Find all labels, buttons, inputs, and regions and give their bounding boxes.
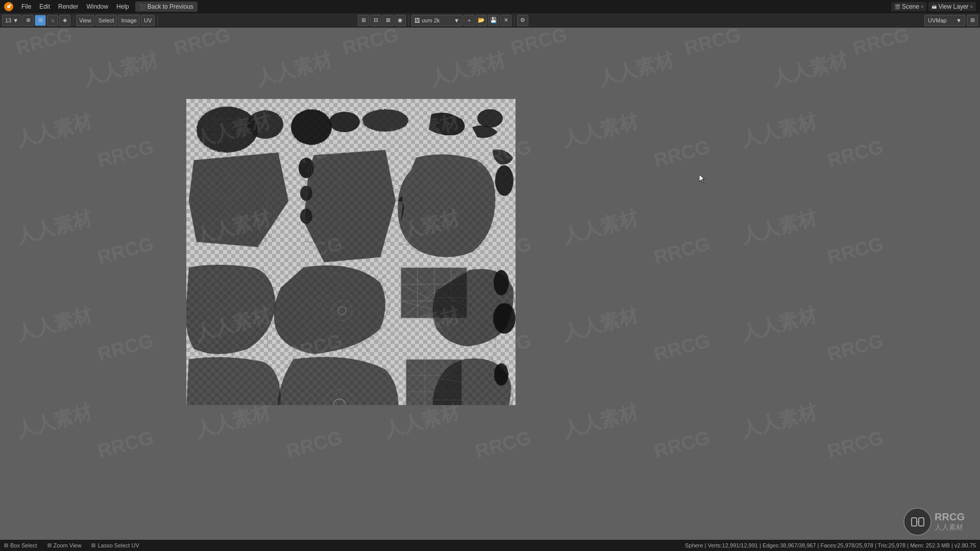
layer-icon2: ■ [970, 4, 973, 9]
rrcg-icon [903, 508, 932, 536]
props-icon: ⚙ [520, 17, 525, 23]
mode-icon: ▼ [13, 17, 18, 23]
uvmap-dd: ▼ [956, 17, 962, 23]
tool-icon-2: ⊞ [38, 17, 43, 23]
status-bar: Box Select Zoom View Lasso Select UV Sph… [0, 540, 980, 551]
image-icon: 🖼 [414, 17, 420, 23]
img-icon1: + [468, 17, 471, 23]
header-menu: File Edit Render Window Help [17, 0, 133, 13]
viewport-btn2[interactable]: ⊟ [370, 15, 381, 26]
rrcg-logo: RRCG 人人素材 [903, 508, 965, 536]
lasso-select-label: Lasso Select UV [97, 542, 139, 548]
tool-btn-4[interactable]: ◈ [59, 15, 70, 26]
image-name-selector[interactable]: 🖼 uvm 2k ▼ [411, 15, 462, 26]
uv-canvas[interactable] [186, 99, 516, 405]
svg-point-81 [495, 165, 513, 196]
lasso-select-status: Lasso Select UV [91, 542, 139, 548]
sep2 [157, 15, 158, 26]
mouse-cursor [699, 174, 705, 184]
svg-point-8 [477, 109, 503, 128]
img-icon3: 💾 [490, 17, 497, 23]
view-layer-selector[interactable]: 🏔 View Layer ■ [928, 2, 976, 11]
sep1 [73, 15, 74, 26]
header-right: 🎬 Scene ■ 🏔 View Layer ■ [891, 2, 980, 11]
status-dot-1 [4, 543, 8, 547]
tool-icon-4: ◈ [63, 17, 67, 23]
svg-marker-47 [304, 150, 396, 262]
viewport[interactable] [0, 28, 980, 540]
vp-icon4: ◉ [398, 17, 403, 23]
dd-icon: ▼ [454, 17, 459, 23]
status-dot-2 [47, 543, 52, 547]
menu-render[interactable]: Render [54, 0, 82, 13]
vp-icon2: ⊟ [374, 17, 378, 23]
svg-marker-22 [189, 153, 288, 247]
image-name: uvm 2k [422, 17, 439, 23]
sep3 [408, 15, 409, 26]
layer-icon: 🏔 [932, 4, 937, 10]
select-menu[interactable]: Select [95, 15, 117, 26]
svg-point-4 [248, 110, 283, 139]
svg-point-7 [362, 109, 408, 132]
sep4 [514, 15, 514, 26]
img-btn3[interactable]: 💾 [488, 15, 499, 26]
viewport-btn3[interactable]: ⊠ [382, 15, 394, 26]
menu-window[interactable]: Window [82, 0, 112, 13]
svg-marker-215 [699, 174, 704, 183]
mode-selector[interactable]: 13 ▼ [2, 15, 21, 26]
img-icon2: 📂 [478, 17, 485, 23]
img-btn4[interactable]: ✕ [500, 15, 511, 26]
stats-display: Sphere | Verts:12,991/12,991 | Edges:38,… [685, 542, 976, 548]
uv-islands-svg [186, 99, 516, 405]
tool-btn-1[interactable]: ⊕ [22, 15, 34, 26]
svg-point-6 [329, 112, 360, 132]
properties-btn[interactable]: ⚙ [517, 15, 528, 26]
vp-icon3: ⊠ [386, 17, 390, 23]
back-to-previous-label: Back to Previous [148, 3, 193, 10]
img-icon4: ✕ [504, 17, 508, 23]
svg-point-193 [494, 363, 508, 386]
scene-selector[interactable]: 🎬 Scene ■ [891, 2, 926, 11]
vp-icon1: ⊞ [361, 17, 366, 23]
menu-help[interactable]: Help [112, 0, 133, 13]
r-icon1: ⊞ [970, 17, 975, 23]
scene-icon2: ■ [921, 4, 923, 9]
back-icon: ⬛ [139, 4, 145, 10]
uv-toolbar: 13 ▼ ⊕ ⊞ ○ ◈ View Select Image UV ⊞ ⊟ ⊠ … [0, 13, 980, 28]
zoom-view-label: Zoom View [54, 542, 82, 548]
view-menu[interactable]: View [76, 15, 94, 26]
tool-icon-3: ○ [51, 17, 55, 23]
zoom-view-status: Zoom View [47, 542, 82, 548]
svg-point-2 [10, 5, 11, 6]
menu-file[interactable]: File [17, 0, 35, 13]
view-layer-label: View Layer [938, 3, 968, 10]
stats-text: Sphere | Verts:12,991/12,991 | Edges:38,… [685, 542, 976, 548]
box-select-status: Box Select [4, 542, 37, 548]
rrcg-subtext: 人人素材 [935, 523, 963, 532]
menu-edit[interactable]: Edit [35, 0, 54, 13]
viewport-btn1[interactable]: ⊞ [358, 15, 369, 26]
uvmap-selector[interactable]: UVMap ▼ [924, 15, 965, 26]
viewport-btn4[interactable]: ◉ [395, 15, 406, 26]
img-btn1[interactable]: + [463, 15, 475, 26]
svg-point-140 [493, 303, 516, 334]
tool-btn-3[interactable]: ○ [47, 15, 58, 26]
img-btn2[interactable]: 📂 [476, 15, 487, 26]
status-dot-3 [91, 543, 95, 547]
blender-logo [0, 2, 17, 11]
back-to-previous-button[interactable]: ⬛ Back to Previous [135, 2, 198, 12]
tool-btn-2[interactable]: ⊞ [35, 15, 46, 26]
scene-label: Scene [902, 3, 919, 10]
tool-icon-1: ⊕ [26, 17, 31, 23]
svg-point-5 [291, 109, 332, 145]
box-select-label: Box Select [10, 542, 37, 548]
rrcg-text: RRCG [935, 511, 965, 523]
svg-point-139 [494, 270, 509, 295]
mode-label: 13 [5, 17, 11, 23]
uvmap-label: UVMap [928, 17, 947, 23]
logo-icon [4, 2, 13, 11]
uv-menu[interactable]: UV [141, 15, 155, 26]
svg-rect-216 [912, 518, 917, 526]
image-menu[interactable]: Image [118, 15, 140, 26]
right-btn1[interactable]: ⊞ [967, 15, 978, 26]
